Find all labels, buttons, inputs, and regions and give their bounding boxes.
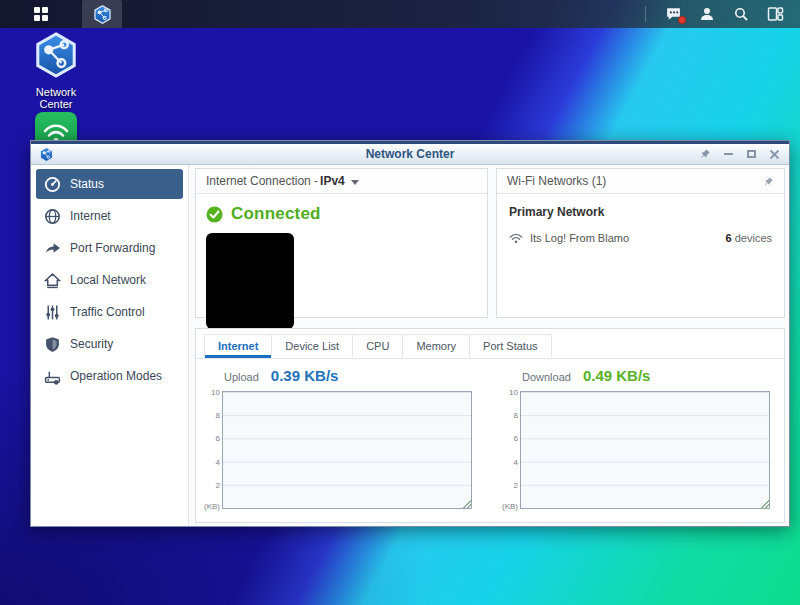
network-center-window: Network Center [30,140,790,527]
user-icon [699,6,715,22]
download-value: 0.49 KB/s [583,367,651,384]
monitor-tabs: Internet Device List CPU Memory Port Sta… [196,329,784,359]
ip-version-selected: IPv4 [320,174,345,188]
redacted-connection-details [206,233,294,329]
sidebar-item-security[interactable]: Security [36,329,183,359]
wifi-ssid: Its Log! From Blamo [530,232,629,244]
window-content: Internet Connection - IPv4 Connected [189,165,789,526]
wifi-networks-header: Wi-Fi Networks (1) [497,169,784,194]
sidebar: Status Internet Port Forwarding [31,165,189,526]
sliders-icon [44,304,61,321]
window-titlebar[interactable]: Network Center [31,141,789,165]
user-menu-button[interactable] [696,3,718,25]
sidebar-item-operation-modes[interactable]: Operation Modes [36,361,183,391]
download-label: Download [522,371,571,383]
upload-label: Upload [224,371,259,383]
wifi-networks-title: Wi-Fi Networks (1) [507,174,606,188]
taskbar [0,0,800,28]
desktop: Network Center Network Center [0,0,800,605]
network-center-icon [33,32,79,78]
gauge-icon [44,176,61,193]
window-title: Network Center [31,147,789,161]
upload-chart-plot [222,391,472,509]
pin-window-button[interactable] [698,147,712,161]
internet-connection-header[interactable]: Internet Connection - IPv4 [196,169,487,194]
wifi-signal-icon [509,232,523,244]
upload-y-axis: 10 8 6 4 2 (KB) [202,391,222,509]
sidebar-item-local-network[interactable]: Local Network [36,265,183,295]
sidebar-item-status[interactable]: Status [36,169,183,199]
forward-arrow-icon [44,240,61,257]
upload-chart-block: Upload 0.39 KB/s 10 8 6 4 2 ( [202,367,472,509]
tab-internet[interactable]: Internet [204,334,272,358]
internet-connection-title: Internet Connection - [206,174,318,188]
download-chart-plot [520,391,770,509]
connection-status-text: Connected [231,204,321,224]
maximize-icon [747,150,756,158]
pin-icon [763,176,774,187]
maximize-button[interactable] [744,147,758,161]
wifi-network-row[interactable]: Its Log! From Blamo 6 devices [509,232,772,244]
network-center-icon [93,5,112,24]
taskbar-separator [645,6,646,22]
desktop-icon-network-center[interactable]: Network Center [26,32,86,110]
pin-icon [699,148,711,160]
wifi-networks-panel: Wi-Fi Networks (1) Primary Network [496,168,785,318]
check-circle-icon [206,206,223,223]
download-chart-block: Download 0.49 KB/s 10 8 6 4 2 [500,367,770,509]
wifi-panel-pin-button[interactable] [763,176,774,187]
notification-badge [678,16,686,24]
router-icon [44,368,61,385]
traffic-monitor-panel: Internet Device List CPU Memory Port Sta… [195,328,785,523]
home-icon [44,272,61,289]
search-icon [733,6,749,22]
upload-value: 0.39 KB/s [271,367,339,384]
main-menu-button[interactable] [22,0,60,28]
desktop-icon-label: Network Center [26,86,86,110]
tab-memory[interactable]: Memory [402,334,470,358]
internet-connection-panel: Internet Connection - IPv4 Connected [195,168,488,318]
connection-status-row: Connected [206,204,487,224]
sidebar-item-internet[interactable]: Internet [36,201,183,231]
minimize-button[interactable] [721,147,735,161]
tab-port-status[interactable]: Port Status [469,334,551,358]
download-y-axis: 10 8 6 4 2 (KB) [500,391,520,509]
chevron-down-icon [351,180,359,185]
globe-icon [44,208,61,225]
taskbar-app-network-center[interactable] [82,0,122,28]
sidebar-item-port-forwarding[interactable]: Port Forwarding [36,233,183,263]
download-chart-resize-grip[interactable] [760,499,769,508]
widgets-icon [767,6,784,22]
device-count: 6 devices [726,232,772,244]
sidebar-item-traffic-control[interactable]: Traffic Control [36,297,183,327]
search-button[interactable] [730,3,752,25]
apps-grid-icon [33,6,49,22]
widgets-button[interactable] [764,3,786,25]
notifications-button[interactable] [662,3,684,25]
tab-device-list[interactable]: Device List [271,334,353,358]
wifi-group-label: Primary Network [509,205,772,219]
close-icon [769,149,780,160]
minimize-icon [724,153,733,155]
tab-cpu[interactable]: CPU [352,334,403,358]
shield-icon [44,336,61,353]
close-button[interactable] [767,147,781,161]
window-app-icon [39,147,54,162]
upload-chart-resize-grip[interactable] [462,499,471,508]
